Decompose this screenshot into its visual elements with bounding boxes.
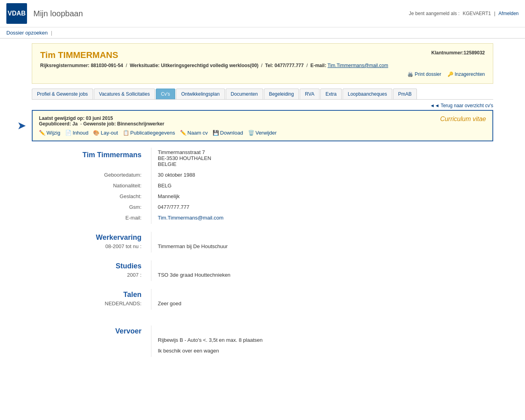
werkervaring-header-row: Werkervaring [32,232,493,242]
user-label: Je bent aangemeld als : [409,11,459,16]
inhoud-link[interactable]: 📄 Inhoud [65,130,89,136]
layout-link[interactable]: 🎨 Lay-out [93,130,118,136]
tab-begeleiding[interactable]: Begeleiding [264,89,299,99]
cv-nationaliteit-row: Nationaliteit: BELG [32,181,493,192]
vervoer-title: Vervoer [32,326,151,335]
vervoer-item1-label [32,335,151,346]
rrn-label: Rijksregisternummer: [40,63,89,68]
topbar-left: VDAB Mijn loopbaan [6,3,83,24]
cv-email-link[interactable]: Tim.Timmermans@mail.com [158,215,223,221]
vervoer-item1-row: Rijbewijs B - Auto's <. 3,5t en max. 8 p… [32,335,493,346]
publicatie-icon: 📋 [123,130,129,136]
navbar: Dossier opzoeken | [0,27,525,39]
cv-actions: ✏️ Wijzig 📄 Inhoud 🎨 Lay-out 📋 Publicati… [39,130,486,136]
download-link[interactable]: 💾 Download [213,130,243,136]
talen-title: Talen [32,289,151,299]
cv-box: ➤ Curriculum vitae Laatst gewijzigd op: … [32,110,493,141]
gepubliceerd-value: Ja [72,121,77,127]
werkervaring-title: Werkervaring [32,232,151,242]
cv-email-value: Tim.Timmermans@mail.com [151,213,493,224]
inzagerechten-link[interactable]: 🔑 Inzagerechten [448,71,485,77]
vervoer-item2-row: Ik beschik over een wagen [32,346,493,357]
wijzig-icon: ✏️ [39,130,45,136]
logout-link[interactable]: Afmelden [498,11,519,16]
email-label: E-mail: [310,63,326,68]
publicatie-link[interactable]: 📋 Publicatiegegevens [123,130,175,136]
client-card: Tim TIMMERMANS Rijksregisternummer: 8810… [32,43,493,84]
tab-vacatures[interactable]: Vacatures & Sollicitaties [94,89,155,99]
verwijder-link[interactable]: 🗑️ Verwijder [248,130,277,136]
werkervaring-spacer [151,232,493,242]
werkervaring-item-row: 08-2007 tot nu : Timmerman bij De Houtsc… [32,242,493,252]
tel-label: Tel: [265,63,273,68]
cv-address: Timmermansstraat 7 BE-3530 HOUTHALEN BEL… [151,148,493,170]
vervoer-item2-desc: Ik beschik over een wagen [151,346,493,357]
tel-value: 0477/777.777 [275,63,304,68]
tab-bar: Profiel & Gewenste jobs Vacatures & Soll… [32,89,493,100]
studies-title: Studies [32,260,151,270]
geboortedatum-value: 30 oktober 1988 [151,170,493,181]
topbar-right: Je bent aangemeld als : KGEVAERT1 | Afme… [409,11,519,16]
cv-email-row: E-mail: Tim.Timmermans@mail.com [32,213,493,224]
cv-person-name-row: Tim Timmermans Timmermansstraat 7 BE-353… [32,148,493,170]
werksituatie-label: Werksituatie: [130,63,159,68]
tab-cvs[interactable]: Cv's [156,89,175,99]
nav-separator: | [51,30,52,36]
gewenste-job-value: Binnenschrijnwerker [117,121,165,127]
wijzig-link[interactable]: ✏️ Wijzig [39,130,60,136]
download-icon: 💾 [213,130,219,136]
cv-content: Tim Timmermans Timmermansstraat 7 BE-353… [32,148,493,365]
studies-item-row: 2007 : TSO 3de graad Houttechnieken [32,270,493,281]
rrn-value: 881030-091-54 [91,63,123,68]
client-name: Tim TIMMERMANS [40,50,388,60]
tab-loopbaan[interactable]: Loopbaancheques [343,89,392,99]
studies-period: 2007 : [32,270,151,281]
werkervaring-desc: Timmerman bij De Houtschuur [151,242,493,252]
layout-icon: 🎨 [93,130,99,136]
studies-desc: TSO 3de graad Houttechnieken [151,270,493,281]
address-line1: Timmermansstraat 7 [158,149,493,155]
cv-email-label: E-mail: [32,213,151,224]
email-link[interactable]: Tim.Timmermans@mail.com [327,63,388,68]
laatste-wijziging-label: Laatst gewijzigd op: [39,116,85,121]
vervoer-header-row: Vervoer [32,326,493,335]
print-dossier-link[interactable]: 🖨️ Print dossier [407,71,441,77]
client-meta: Rijksregisternummer: 881030-091-54 / Wer… [40,63,388,68]
inhoud-icon: 📄 [65,130,72,136]
back-link[interactable]: Terug naar overzicht cv's [430,103,493,108]
cv-box-title: Curriculum vitae [440,116,486,123]
tab-documenten[interactable]: Documenten [226,89,263,99]
vervoer-spacer [151,326,493,335]
vervoer-item2-label [32,346,151,357]
tab-profiel[interactable]: Profiel & Gewenste jobs [32,89,93,99]
naam-cv-link[interactable]: ✏️ Naam cv [180,130,208,136]
naam-cv-icon: ✏️ [180,130,186,136]
talen-level: Zeer goed [151,299,493,310]
tab-rva[interactable]: RVA [300,89,320,99]
cv-person-name: Tim Timmermans [32,148,151,170]
talen-item-row: NEDERLANDS: Zeer goed [32,299,493,310]
tab-extra[interactable]: Extra [320,89,342,99]
geslacht-label: Geslacht: [32,192,151,202]
tab-pmab[interactable]: PmAB [393,89,417,99]
address-line2: BE-3530 HOUTHALEN [158,155,493,161]
cv-meta: Laatst gewijzigd op: 03 juni 2015 Gepubl… [39,116,486,127]
tab-ontwikkeling[interactable]: Ontwikkelingsplan [176,89,225,99]
talen-spacer [151,289,493,299]
client-actions: 🖨️ Print dossier 🔑 Inzagerechten [403,71,485,77]
studies-spacer [151,260,493,270]
address-line3: BELGIE [158,161,493,167]
back-link-container: Terug naar overzicht cv's [32,103,493,108]
app-title: Mijn loopbaan [33,9,83,18]
werksituatie-value: Uitkeringsgerechtigd volledig werkloos(0… [161,63,258,68]
cv-geslacht-row: Geslacht: Mannelijk [32,192,493,202]
separator: | [494,11,495,16]
gewenste-job-label: Gewenste job: [83,121,116,127]
talen-lang: NEDERLANDS: [32,299,151,310]
werkervaring-period: 08-2007 tot nu : [32,242,151,252]
cv-gsm-row: Gsm: 0477/777.777 [32,202,493,213]
dossier-opzoeken-link[interactable]: Dossier opzoeken [6,30,48,36]
vervoer-item1-desc: Rijbewijs B - Auto's <. 3,5t en max. 8 p… [151,335,493,346]
blue-arrow-indicator: ➤ [17,120,25,131]
vdab-logo: VDAB [6,3,27,24]
